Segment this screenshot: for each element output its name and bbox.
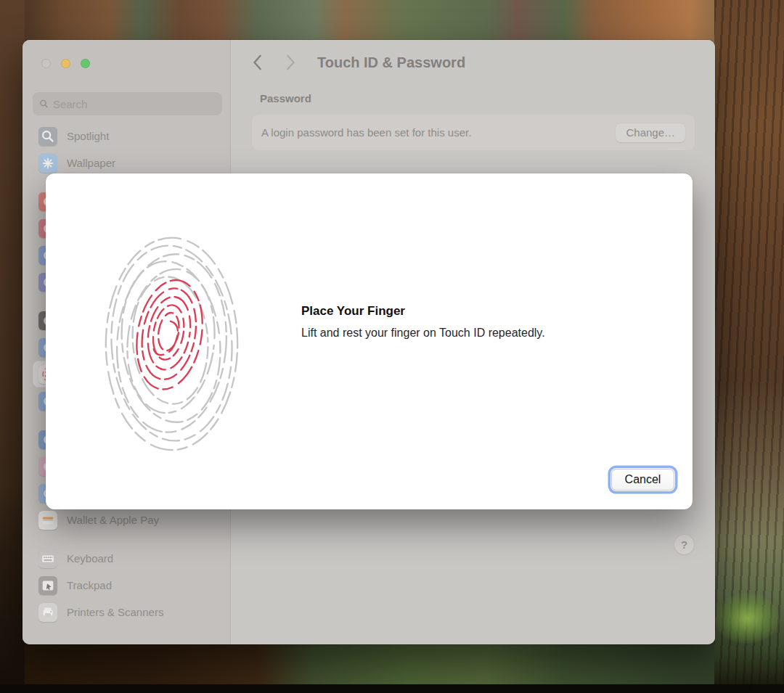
zoom-button[interactable] — [81, 59, 90, 68]
wallet-icon — [38, 511, 57, 530]
sidebar-item-label: Trackpad — [67, 579, 112, 591]
minimize-button[interactable] — [61, 59, 70, 68]
sidebar-item-label: Wallet & Apple Pay — [67, 514, 159, 526]
search-field[interactable] — [33, 92, 222, 115]
nav-controls — [248, 53, 299, 72]
fingerprint-enrolled-ridges — [128, 275, 211, 395]
page-title: Touch ID & Password — [317, 54, 465, 71]
help-button[interactable]: ? — [674, 535, 694, 554]
wallpaper-right-trunk — [714, 0, 784, 693]
password-status-text: A login password has been set for this u… — [261, 126, 616, 139]
sidebar-item-label: Keyboard — [67, 552, 113, 565]
sidebar-item-printer[interactable]: Printers & Scanners — [33, 599, 222, 626]
back-button[interactable] — [248, 53, 266, 72]
dialog-message: Lift and rest your finger on Touch ID re… — [301, 327, 545, 340]
close-button[interactable] — [41, 59, 51, 68]
sidebar-item-keyboard[interactable]: Keyboard — [33, 545, 222, 572]
sidebar-item-label: Spotlight — [67, 130, 109, 142]
spotlight-icon — [38, 127, 57, 146]
desktop: SpotlightWallpaperWallet & Apple PayKeyb… — [0, 0, 784, 693]
chevron-left-icon — [253, 54, 262, 70]
traffic-lights — [41, 59, 90, 68]
chevron-right-icon — [286, 54, 295, 70]
keyboard-icon — [38, 549, 57, 568]
fingerprint-outer-ridges — [106, 238, 237, 451]
password-card: A login password has been set for this u… — [251, 114, 695, 151]
wallpaper-left-trunk — [0, 0, 25, 693]
search-icon — [39, 99, 49, 109]
sidebar-item-wallpaper[interactable]: Wallpaper — [33, 149, 222, 176]
touch-id-enroll-dialog: Place Your Finger Lift and rest your fin… — [46, 173, 693, 509]
forward-button[interactable] — [282, 53, 299, 72]
wallpaper-fern — [714, 593, 780, 644]
sidebar-item-spotlight[interactable]: Spotlight — [33, 123, 222, 149]
sidebar-item-trackpad[interactable]: Trackpad — [33, 572, 222, 599]
wallpaper-bottom-bar — [0, 684, 784, 693]
sidebar-item-wallet[interactable]: Wallet & Apple Pay — [33, 507, 222, 533]
password-section-label: Password — [260, 92, 311, 104]
change-password-button[interactable]: Change… — [616, 123, 685, 142]
search-input[interactable] — [53, 98, 216, 110]
trackpad-icon — [38, 576, 57, 595]
fingerprint-icon — [101, 229, 242, 455]
sidebar-item-label: Printers & Scanners — [67, 606, 163, 618]
printer-icon — [38, 603, 57, 622]
cancel-button[interactable]: Cancel — [611, 469, 674, 491]
dialog-title: Place Your Finger — [301, 304, 405, 319]
sidebar-item-label: Wallpaper — [67, 157, 115, 169]
wallpaper-icon — [38, 154, 57, 173]
